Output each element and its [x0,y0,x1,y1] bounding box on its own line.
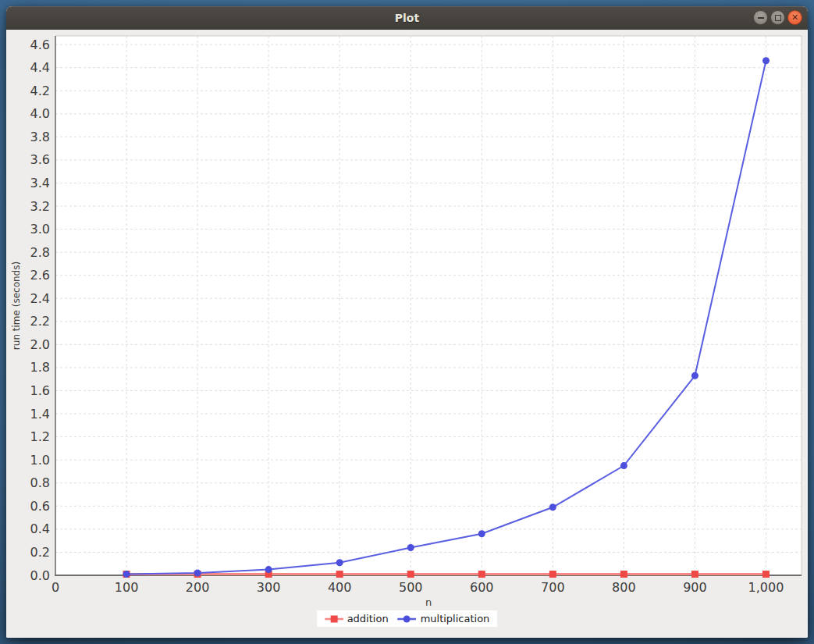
window-controls: ✕ [753,6,802,29]
minimize-button[interactable] [753,10,768,25]
desktop-background: { "window": { "title": "Plot", "controls… [0,0,814,644]
plot-window: Plot ✕ 0.00.20.40.60.81.01.21.41.61.82.0… [6,6,808,638]
chart-canvas: 0.00.20.40.60.81.01.21.41.61.82.02.22.42… [6,30,808,638]
data-point-multiplication [265,566,272,573]
legend-circle [403,615,411,622]
data-point-addition [549,571,556,578]
legend: additionmultiplication [317,610,498,627]
data-point-addition [478,571,485,578]
x-axis-title: n [425,596,432,608]
window-title: Plot [395,12,419,24]
data-point-addition [336,571,343,578]
y-tick-label: 4.6 [30,37,50,52]
y-tick-label: 2.6 [30,268,50,283]
plot-area [55,36,802,575]
data-point-addition [691,571,698,578]
y-tick-label: 3.0 [30,222,50,237]
close-button[interactable]: ✕ [787,10,802,25]
y-tick-label: 1.6 [30,383,50,398]
legend-label: addition [347,613,389,624]
y-tick-label: 1.0 [30,453,50,468]
data-point-multiplication [194,570,201,577]
y-tick-label: 1.8 [30,360,50,375]
x-tick-label: 1,000 [748,580,784,595]
chart: 0.00.20.40.60.81.01.21.41.61.82.02.22.42… [6,30,808,638]
y-tick-label: 0.0 [30,568,50,583]
legend-item-addition: addition [325,613,389,624]
x-tick-label: 0 [52,580,59,595]
maximize-button[interactable] [770,10,785,25]
x-tick-label: 900 [683,580,707,595]
data-point-multiplication [620,462,627,469]
y-tick-label: 3.6 [30,152,50,167]
y-axis-title: run time (seconds) [11,262,22,350]
data-point-multiplication [549,503,556,511]
y-tick-label: 4.0 [30,106,50,121]
y-tick-label: 3.4 [30,176,50,190]
x-tick-label: 200 [186,580,210,595]
y-tick-label: 2.4 [30,291,50,306]
y-tick-label: 1.4 [30,407,50,422]
x-tick-label: 100 [115,580,139,595]
x-tick-label: 500 [399,580,423,595]
x-tick-label: 400 [328,580,352,595]
legend-label: multiplication [421,613,490,624]
data-point-multiplication [336,559,343,566]
y-tick-label: 4.2 [30,84,50,98]
legend-marker-circle-icon [398,614,417,624]
close-icon: ✕ [791,13,798,22]
title-bar[interactable]: Plot ✕ [6,6,808,30]
maximize-icon [775,15,781,21]
x-tick-label: 300 [257,580,281,595]
x-tick-label: 600 [470,580,494,595]
legend-item-multiplication: multiplication [398,613,490,624]
y-tick-label: 2.8 [30,245,50,260]
legend-square [330,615,337,622]
y-tick-label: 2.2 [30,314,50,329]
data-point-multiplication [123,571,130,578]
y-tick-label: 3.8 [30,130,50,144]
y-tick-label: 4.4 [30,60,50,75]
data-point-addition [407,571,414,578]
legend-marker-square-icon [325,614,343,624]
y-tick-label: 2.0 [30,337,50,352]
y-tick-label: 0.2 [30,545,50,560]
data-point-addition [762,571,770,578]
x-tick-label: 700 [541,580,565,595]
y-tick-label: 0.4 [30,521,50,536]
data-point-multiplication [762,57,770,64]
x-tick-label: 800 [612,580,636,595]
data-point-addition [620,571,627,578]
data-point-multiplication [407,544,414,551]
minimize-icon [758,17,764,19]
y-tick-label: 0.8 [30,475,50,490]
y-tick-label: 0.6 [30,499,50,514]
y-tick-label: 3.2 [30,199,50,214]
data-point-multiplication [691,372,698,379]
data-point-multiplication [478,530,485,537]
y-tick-label: 1.2 [30,429,50,444]
